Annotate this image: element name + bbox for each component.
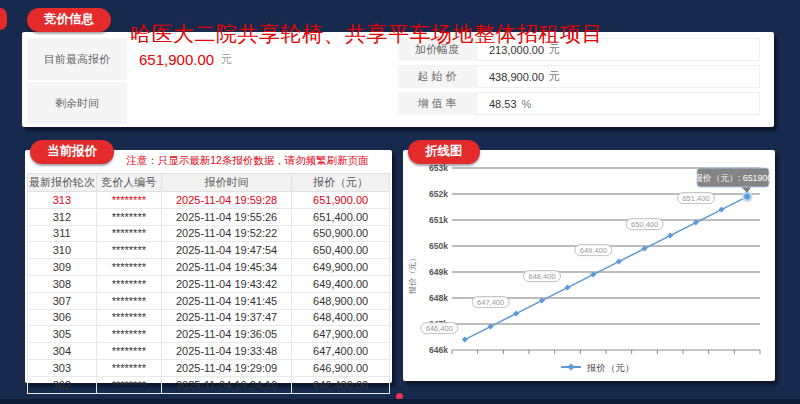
data-point-diamond[interactable] [719,207,725,213]
refresh-notice: 注意：只显示最新12条报价数据，请勿频繁刷新页面 [103,154,392,168]
table-cell: 304 [28,343,97,360]
table-cell: 310 [28,242,97,259]
table-cell: ******** [96,192,161,209]
table-cell: 646,900.00 [292,359,390,376]
table-cell: 648,900.00 [292,292,390,309]
data-point-label: 649,400 [580,246,607,255]
table-cell: 2025-11-04 19:47:54 [161,242,291,259]
data-point-label: 647,400 [477,298,504,307]
table-row: 302********2025-11-04 19:24:16646,400.00 [28,376,390,393]
table-cell: 307 [28,292,97,309]
remaining-time-row: 剩余时间 [27,82,399,124]
table-cell: 2025-11-04 19:41:45 [161,292,291,309]
bids-table-body: 313********2025-11-04 19:59:28651,900.00… [28,192,390,394]
data-point-diamond[interactable] [462,337,468,343]
table-cell: ******** [96,309,161,326]
appreciation-rate-value: 48.53 [489,98,517,110]
legend-marker-icon[interactable] [568,364,575,371]
table-cell: ******** [96,343,161,360]
legend-label[interactable]: 报价（元） [586,362,635,373]
bid-line [465,197,747,340]
table-cell: ******** [96,292,161,309]
table-cell: 651,400.00 [292,208,390,225]
appreciation-rate-unit: % [522,98,532,110]
table-cell: 2025-11-04 19:55:26 [161,208,291,225]
highlighted-data-point[interactable] [743,192,751,200]
data-point-label: 648,400 [528,272,555,281]
table-row: 311********2025-11-04 19:52:22650,900.00 [28,225,390,242]
bid-info-right: 加价幅度 213,000.00 元 起 始 价 438,900.00 元 增 值… [398,38,760,119]
appreciation-rate-label: 增 值 率 [398,92,476,115]
table-cell: ******** [96,359,161,376]
table-cell: 312 [28,208,97,225]
table-cell: 647,900.00 [292,326,390,343]
table-cell: 2025-11-04 19:24:16 [161,376,291,393]
footer-strip [0,399,800,404]
remaining-time-label: 剩余时间 [27,82,127,124]
table-row: 309********2025-11-04 19:45:34649,900.00 [28,259,390,276]
start-price-row: 起 始 价 438,900.00 元 [398,65,760,88]
table-row: 305********2025-11-04 19:36:05647,900.00 [28,326,390,343]
appreciation-rate-row: 增 值 率 48.53 % [398,92,760,115]
highest-bid-value: 651,900.00 [139,51,214,68]
left-edge-accent [0,8,7,30]
bids-table: 最新报价轮次 竞价人编号 报价时间 报价（元） 313********2025-… [27,173,390,394]
table-cell: ******** [96,225,161,242]
col-price: 报价（元） [292,174,390,192]
col-bidder: 竞价人编号 [96,174,161,192]
tab-current-bids[interactable]: 当前报价 [30,140,114,164]
data-point-diamond[interactable] [513,311,519,317]
table-cell: 649,900.00 [292,259,390,276]
y-axis-title: 报价（元） [408,254,417,295]
table-cell: 2025-11-04 19:59:28 [161,192,291,209]
table-cell: 2025-11-04 19:43:42 [161,275,291,292]
highest-bid-label: 目前最高报价 [27,38,127,80]
line-chart-panel: 折线图 646k647k648k649k650k651k652k653k报价（元… [403,150,775,381]
y-tick-label: 648k [429,293,448,303]
y-tick-label: 649k [429,267,448,277]
y-tick-label: 653k [429,163,448,173]
table-cell: 2025-11-04 19:36:05 [161,326,291,343]
y-tick-label: 650k [429,241,448,251]
start-price-label: 起 始 价 [398,65,476,88]
col-time: 报价时间 [161,174,291,192]
y-tick-label: 652k [429,189,448,199]
table-cell: ******** [96,259,161,276]
table-row: 304********2025-11-04 19:33:48647,400.00 [28,343,390,360]
current-bids-panel: 当前报价 注意：只显示最新12条报价数据，请勿频繁刷新页面 最新报价轮次 竞价人… [25,150,392,383]
table-row: 312********2025-11-04 19:55:26651,400.00 [28,208,390,225]
table-cell: 646,400.00 [292,376,390,393]
table-row: 306********2025-11-04 19:37:47648,400.00 [28,309,390,326]
tooltip-text: 报价（元）: 651900 [693,173,772,183]
y-tick-label: 651k [429,215,448,225]
table-cell: 2025-11-04 19:37:47 [161,309,291,326]
project-title: 哈医大二院共享轮椅、共享平车场地整体招租项目 [130,20,603,48]
table-row: 313********2025-11-04 19:59:28651,900.00 [28,192,390,209]
table-cell: 2025-11-04 19:45:34 [161,259,291,276]
bid-info-panel: 竞价信息 哈医大二院共享轮椅、共享平车场地整体招租项目 目前最高报价 651,9… [22,32,774,127]
tab-line-chart[interactable]: 折线图 [408,140,480,164]
data-point-diamond[interactable] [667,233,673,239]
table-cell: 2025-11-04 19:52:22 [161,225,291,242]
table-cell: ******** [96,242,161,259]
table-cell: ******** [96,275,161,292]
table-cell: 311 [28,225,97,242]
table-cell: ******** [96,326,161,343]
table-cell: 649,400.00 [292,275,390,292]
tab-bid-info[interactable]: 竞价信息 [27,8,111,32]
table-cell: 647,400.00 [292,343,390,360]
table-row: 310********2025-11-04 19:47:54650,400.00 [28,242,390,259]
y-tick-label: 646k [429,345,448,355]
table-row: 307********2025-11-04 19:41:45648,900.00 [28,292,390,309]
table-row: 308********2025-11-04 19:43:42649,400.00 [28,275,390,292]
table-cell: 650,400.00 [292,242,390,259]
bids-table-header: 最新报价轮次 竞价人编号 报价时间 报价（元） [28,174,390,192]
table-row: 303********2025-11-04 19:29:09646,900.00 [28,359,390,376]
data-point-diamond[interactable] [616,259,622,265]
table-cell: 308 [28,275,97,292]
line-chart-svg[interactable]: 646k647k648k649k650k651k652k653k报价（元）646… [403,162,775,380]
table-cell: ******** [96,376,161,393]
start-price-unit: 元 [549,69,560,84]
data-point-diamond[interactable] [565,285,571,291]
col-round: 最新报价轮次 [28,174,97,192]
